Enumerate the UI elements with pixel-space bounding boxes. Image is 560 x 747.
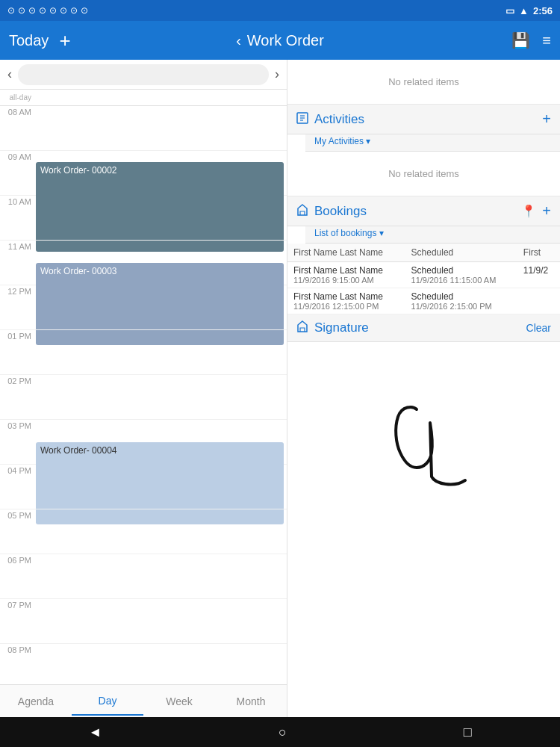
bookings-header: Bookings 📍 + xyxy=(287,196,560,226)
menu-button[interactable]: ≡ xyxy=(542,32,551,49)
time-label-8pm: 08 PM xyxy=(0,644,36,684)
back-button[interactable]: ‹ xyxy=(236,32,241,49)
main-layout: ‹ › all-day 08 AM 09 AM Work Ord xyxy=(0,60,560,717)
time-row-1pm: 01 PM xyxy=(0,330,287,375)
time-content-8pm xyxy=(36,644,287,684)
today-title: Today xyxy=(9,32,49,49)
time-label-1pm: 01 PM xyxy=(0,330,36,374)
activities-no-items-text: No related items xyxy=(388,168,459,179)
time-display: 2:56 xyxy=(533,5,553,16)
time-content-2pm xyxy=(36,375,287,419)
booking-first-2 xyxy=(517,288,560,314)
tab-agenda-label: Agenda xyxy=(18,695,54,707)
time-content-11am: Work Order- 00003 xyxy=(36,241,287,285)
battery-icon: ▭ xyxy=(505,5,514,16)
status-right: ▭ ▲ 2:56 xyxy=(505,5,553,16)
signature-title: Signature xyxy=(314,320,526,335)
icon6: ⊙ xyxy=(60,5,67,16)
time-row-5pm: 05 PM xyxy=(0,509,287,554)
icon1: ⊙ xyxy=(7,5,15,16)
bookings-subtitle[interactable]: List of bookings ▾ xyxy=(305,226,560,244)
search-input[interactable] xyxy=(18,64,269,85)
right-panel[interactable]: No related items Activities + My Activit… xyxy=(287,60,560,717)
signature-header: Signature Clear xyxy=(287,314,560,342)
calendar-scroll[interactable]: all-day 08 AM 09 AM Work Order- 00002 xyxy=(0,90,287,684)
tab-month-label: Month xyxy=(237,695,266,707)
time-row-8am: 08 AM xyxy=(0,106,287,151)
all-day-label: all-day xyxy=(0,93,36,102)
tab-day-label: Day xyxy=(99,695,117,707)
bookings-add-button[interactable]: + xyxy=(542,202,551,220)
time-row-7pm: 07 PM xyxy=(0,599,287,644)
nav-bar-left: Today + xyxy=(9,31,190,50)
col-scheduled: Scheduled xyxy=(405,244,517,262)
save-button[interactable]: 💾 xyxy=(511,31,530,49)
booking-status-1: Scheduled 11/9/2016 11:15:00 AM xyxy=(405,262,517,288)
time-row-4pm: 04 PM xyxy=(0,465,287,509)
time-row-11am: 11 AM Work Order- 00003 xyxy=(0,241,287,285)
location-icon[interactable]: 📍 xyxy=(521,204,536,218)
icon2: ⊙ xyxy=(18,5,25,16)
time-label-12pm: 12 PM xyxy=(0,285,36,329)
icon5: ⊙ xyxy=(49,5,57,16)
time-content-6pm xyxy=(36,554,287,598)
nav-bar-center: ‹ Work Order xyxy=(190,32,370,49)
time-label-7pm: 07 PM xyxy=(0,599,36,643)
activities-icon xyxy=(296,112,308,127)
status-bar: ⊙ ⊙ ⊙ ⊙ ⊙ ⊙ ⊙ ⊙ ▭ ▲ 2:56 xyxy=(0,0,560,21)
tab-day[interactable]: Day xyxy=(72,687,143,716)
nav-bar-right: 💾 ≡ xyxy=(370,31,551,49)
table-row[interactable]: First Name Last Name 11/9/2016 12:15:00 … xyxy=(287,288,560,314)
tab-week[interactable]: Week xyxy=(143,688,215,715)
activities-title: Activities xyxy=(314,112,536,127)
section-title: Work Order xyxy=(247,32,324,49)
bookings-section: Bookings 📍 + List of bookings ▾ First Na… xyxy=(287,196,560,314)
booking-first-1: 11/9/2 xyxy=(517,262,560,288)
nav-bar: Today + ‹ Work Order 💾 ≡ xyxy=(0,21,560,60)
col-name: First Name Last Name xyxy=(287,244,405,262)
signature-icon xyxy=(296,320,308,335)
time-label-9am: 09 AM xyxy=(0,151,36,195)
next-arrow[interactable]: › xyxy=(275,66,279,82)
activities-subtitle-text: My Activities ▾ xyxy=(314,136,370,146)
tab-month[interactable]: Month xyxy=(215,688,287,715)
activities-add-button[interactable]: + xyxy=(542,111,551,128)
related-items-text: No related items xyxy=(388,76,459,87)
booking-name-2: First Name Last Name 11/9/2016 12:15:00 … xyxy=(287,288,405,314)
time-row-8pm: 08 PM xyxy=(0,644,287,684)
icon7: ⊙ xyxy=(70,5,78,16)
all-day-row: all-day xyxy=(0,90,287,106)
add-button[interactable]: + xyxy=(59,31,70,50)
time-row-10am: 10 AM xyxy=(0,196,287,241)
signature-canvas[interactable] xyxy=(287,342,560,536)
activities-no-items: No related items xyxy=(287,152,560,196)
time-row-9am: 09 AM Work Order- 00002 xyxy=(0,151,287,196)
time-label-11am: 11 AM xyxy=(0,241,36,285)
time-row-2pm: 02 PM xyxy=(0,375,287,420)
bookings-subtitle-text: List of bookings ▾ xyxy=(314,228,384,238)
recent-nav-button[interactable]: □ xyxy=(464,725,472,740)
time-row-12pm: 12 PM xyxy=(0,285,287,330)
prev-arrow[interactable]: ‹ xyxy=(7,66,12,82)
home-nav-button[interactable]: ○ xyxy=(279,725,287,740)
activities-section: Activities + My Activities ▾ No related … xyxy=(287,105,560,196)
tab-agenda[interactable]: Agenda xyxy=(0,688,72,715)
activities-header: Activities + xyxy=(287,105,560,134)
time-content-4pm xyxy=(36,465,287,509)
time-label-8am: 08 AM xyxy=(0,106,36,150)
event-title-00004: Work Order- 00004 xyxy=(40,445,117,456)
back-nav-button[interactable]: ◄ xyxy=(88,725,102,740)
signature-svg xyxy=(349,365,499,514)
time-content-5pm xyxy=(36,509,287,554)
calendar-tabs: Agenda Day Week Month xyxy=(0,684,287,717)
activities-subtitle[interactable]: My Activities ▾ xyxy=(305,134,560,152)
icon8: ⊙ xyxy=(81,5,88,16)
signature-section: Signature Clear xyxy=(287,314,560,536)
bookings-title: Bookings xyxy=(314,204,518,219)
time-content-8am xyxy=(36,106,287,150)
time-content-12pm xyxy=(36,285,287,329)
event-title-00003: Work Order- 00003 xyxy=(40,266,117,276)
signature-clear-button[interactable]: Clear xyxy=(526,322,551,334)
table-row[interactable]: First Name Last Name 11/9/2016 9:15:00 A… xyxy=(287,262,560,288)
time-label-10am: 10 AM xyxy=(0,196,36,240)
